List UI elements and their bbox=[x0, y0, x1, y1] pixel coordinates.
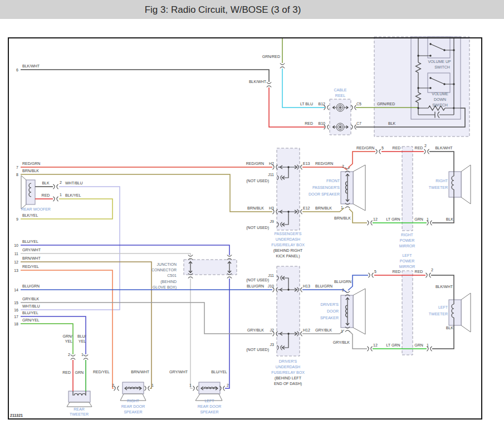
label-pbox-4: (BEHIND RIGHT bbox=[273, 248, 303, 253]
label-not-used-4: (NOT USED) bbox=[246, 348, 269, 352]
connector-junction-top-right bbox=[227, 255, 232, 260]
wire-gry-blk-h12 bbox=[302, 330, 367, 349]
label-red-grn-e13: RED/GRN bbox=[315, 162, 333, 165]
label-pbox-1: PASSENGER'S bbox=[274, 232, 301, 236]
label-rt-tweeter-1: RIGHT bbox=[436, 179, 448, 183]
label-brn-blk-h3: BRN/BLK bbox=[247, 206, 264, 210]
wire-gry-wht-row11-b bbox=[190, 279, 193, 388]
junction-dots bbox=[417, 87, 419, 89]
label-lr-door-2: REAR DOOR bbox=[198, 404, 221, 408]
junction-dots bbox=[429, 55, 431, 56]
label-pin12-l: 12 bbox=[373, 343, 378, 347]
junction-dots bbox=[443, 49, 445, 51]
junction-dots bbox=[287, 166, 289, 168]
label-fp-pin2: 2 bbox=[342, 164, 344, 168]
label-j10: J10 bbox=[268, 284, 274, 288]
label-e13: E13 bbox=[303, 162, 310, 165]
label-vol-dn-3: SWITCH bbox=[432, 103, 448, 107]
label-rtw-blu-1: BLU/ bbox=[77, 334, 86, 338]
label-row-13-num: 13 bbox=[14, 269, 18, 272]
label-not-used-2: (NOT USED) bbox=[246, 226, 269, 230]
right-tweeter-cone bbox=[461, 165, 471, 204]
label-grn-red-out: GRN/RED bbox=[377, 102, 395, 106]
label-figure-id: 211321 bbox=[10, 413, 23, 417]
label-drv-spk-1: DRIVER'S bbox=[321, 303, 339, 306]
component-boxes bbox=[184, 37, 469, 356]
label-rtw-red: RED bbox=[62, 370, 71, 374]
left-tweeter-cone bbox=[461, 293, 471, 332]
label-dbox-5: END OF DASH) bbox=[274, 382, 302, 386]
rear-woofer-cone bbox=[21, 175, 26, 209]
label-junction-3: C501 bbox=[167, 274, 177, 277]
label-row-11: GRY/WHT bbox=[22, 248, 41, 252]
label-junction-5: GLOVE BOX) bbox=[153, 285, 177, 290]
label-lt-blu: LT BLU bbox=[300, 102, 313, 106]
label-junction-4: (BEHIND bbox=[160, 280, 177, 284]
label-fp-spk-1: FRONT bbox=[326, 179, 340, 183]
left-power-mirror-box bbox=[402, 271, 413, 355]
label-row-10: BLU/YEL bbox=[22, 240, 38, 243]
label-row-17: BLU/YEL bbox=[22, 311, 38, 315]
junction-dots bbox=[287, 289, 289, 290]
wire-blu-yel-row17 bbox=[21, 316, 86, 354]
wire-brn-blk-row8 bbox=[21, 174, 272, 212]
right-tweeter bbox=[449, 172, 461, 197]
label-pin5-l: 5 bbox=[374, 270, 376, 274]
label-lrd-pin2: 2 bbox=[227, 383, 229, 387]
junction-dots bbox=[417, 107, 419, 109]
label-h13: H13 bbox=[303, 284, 310, 288]
label-b12: B12 bbox=[319, 102, 326, 106]
connector-left-pin2 bbox=[426, 273, 431, 277]
connector-grn-red-ltblu bbox=[280, 64, 285, 69]
junction-dots bbox=[287, 211, 289, 212]
connector-right-pin2 bbox=[424, 149, 429, 154]
label-brn-wht-b: BRN/WHT bbox=[131, 370, 149, 374]
label-gry-blk-down: GRY/BLK bbox=[333, 340, 350, 344]
label-row-11-num: 11 bbox=[14, 252, 18, 256]
label-brn-blk-down: BRN/BLK bbox=[334, 216, 351, 220]
label-row-7: RED/GRN bbox=[22, 162, 40, 165]
connector-rr-door-pin2 bbox=[114, 386, 119, 391]
label-blk-yel-wf: BLK/YEL bbox=[65, 193, 81, 197]
label-rtw-pin2: 2 bbox=[68, 353, 70, 357]
label-row-15-num: 15 bbox=[14, 301, 18, 305]
junction-dots bbox=[443, 83, 445, 85]
label-rmirror-2: POWER bbox=[400, 238, 414, 242]
wire-gry-blk-row15 bbox=[21, 303, 272, 334]
label-wf-pin1: 1 bbox=[60, 193, 62, 197]
label-row-8-num: 8 bbox=[16, 173, 18, 177]
label-vol-dn-2: DOWN bbox=[434, 97, 446, 101]
label-row-9: BLK/YEL bbox=[22, 213, 38, 217]
junction-dots bbox=[453, 49, 454, 51]
label-lt-grn-l: LT GRN bbox=[386, 343, 400, 347]
label-not-used-3: (NOT USED) bbox=[246, 278, 269, 282]
label-row-12: BRN/WHT bbox=[22, 256, 41, 260]
label-grn-red-top: GRN/RED bbox=[262, 55, 280, 58]
label-blk-out: BLK bbox=[388, 121, 396, 125]
label-red-yel-b: RED/YEL bbox=[93, 370, 110, 374]
label-vol-dn-1: VOLUME bbox=[432, 92, 448, 96]
label-j11-p: J11 bbox=[268, 173, 274, 177]
label-lr-door-3: SPEAKER bbox=[200, 410, 218, 414]
connector-c7 bbox=[351, 125, 356, 129]
label-cable-reel-1: CABLE bbox=[334, 88, 347, 92]
wire-blk-wht-right-tweeter bbox=[429, 152, 454, 172]
label-wf-pin2: 2 bbox=[60, 181, 62, 184]
label-fp-pin1: 1 bbox=[341, 206, 343, 209]
label-not-used-1: (NOT USED) bbox=[246, 179, 269, 183]
label-cable-reel-2: REEL bbox=[335, 94, 345, 97]
label-row-16: WHT/BLU bbox=[22, 304, 40, 308]
label-row-14-num: 14 bbox=[14, 288, 18, 292]
label-fp-spk-3: DOOR SPEAKER bbox=[309, 192, 340, 196]
label-vol-up-1: VOLUME UP bbox=[428, 60, 451, 64]
label-rr-door-1: RIGHT bbox=[127, 399, 140, 403]
wire-gry-wht-row11-a bbox=[21, 253, 190, 255]
label-junction-1: JUNCTION bbox=[157, 262, 177, 266]
page-title: Fig 3: Radio Circuit, W/BOSE (3 of 3) bbox=[145, 4, 301, 15]
label-j9: J9 bbox=[270, 220, 275, 223]
page: Fig 3: Radio Circuit, W/BOSE (3 of 3) bbox=[0, 0, 504, 434]
label-rrd-pin2: 2 bbox=[112, 383, 114, 387]
left-tweeter bbox=[449, 300, 461, 325]
label-rmirror-1: RIGHT bbox=[401, 233, 414, 237]
label-lrd-pin1: 1 bbox=[189, 383, 192, 387]
